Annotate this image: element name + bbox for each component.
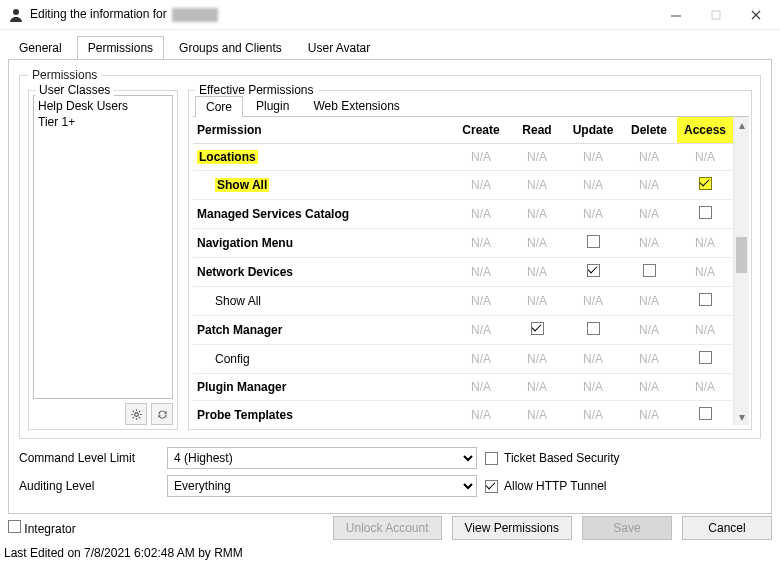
command-level-select[interactable]: 4 (Highest) <box>167 447 477 469</box>
svg-point-0 <box>13 9 19 15</box>
perm-name-cell: Locations <box>193 144 453 171</box>
checkbox-cell <box>677 287 733 316</box>
perm-checkbox[interactable] <box>531 322 544 335</box>
perm-checkbox[interactable] <box>699 293 712 306</box>
perm-checkbox[interactable] <box>643 264 656 277</box>
list-item[interactable]: Tier 1+ <box>38 114 168 130</box>
maximize-button[interactable] <box>696 1 736 29</box>
perm-name-cell: Patch Manager <box>193 316 453 345</box>
col-create[interactable]: Create <box>453 117 509 144</box>
na-cell: N/A <box>453 200 509 229</box>
na-cell: N/A <box>453 144 509 171</box>
col-access[interactable]: Access <box>677 117 733 144</box>
highlighted-text: Locations <box>197 150 258 164</box>
checkbox-cell <box>565 229 621 258</box>
view-permissions-button[interactable]: View Permissions <box>452 516 572 540</box>
table-row: Plugin ManagerN/AN/AN/AN/AN/A <box>193 374 733 401</box>
na-cell: N/A <box>509 374 565 401</box>
table-row: Patch ManagerN/AN/AN/A <box>193 316 733 345</box>
col-read[interactable]: Read <box>509 117 565 144</box>
na-cell: N/A <box>509 229 565 258</box>
perm-checkbox[interactable] <box>699 177 712 190</box>
integrator-label[interactable]: Integrator <box>24 522 75 536</box>
command-level-label: Command Level Limit <box>19 451 159 465</box>
na-cell: N/A <box>621 401 677 426</box>
permissions-scrollbar[interactable]: ▴ ▾ <box>733 117 749 425</box>
list-item[interactable]: Help Desk Users <box>38 98 168 114</box>
na-cell: N/A <box>509 287 565 316</box>
refresh-icon <box>156 408 169 421</box>
cancel-button[interactable]: Cancel <box>682 516 772 540</box>
user-classes-legend: User Classes <box>35 83 114 97</box>
na-cell: N/A <box>565 287 621 316</box>
close-button[interactable] <box>736 1 776 29</box>
table-row: Show AllN/AN/AN/AN/A <box>193 287 733 316</box>
na-cell: N/A <box>565 200 621 229</box>
app-icon <box>8 7 24 23</box>
scroll-down-icon[interactable]: ▾ <box>734 409 749 425</box>
perm-checkbox[interactable] <box>587 264 600 277</box>
auditing-level-select[interactable]: Everything <box>167 475 477 497</box>
table-row: Managed Services CatalogN/AN/AN/AN/A <box>193 200 733 229</box>
permissions-group-legend: Permissions <box>28 68 101 82</box>
tab-panel: Permissions User Classes Help Desk Users… <box>8 59 772 514</box>
na-cell: N/A <box>509 401 565 426</box>
col-permission[interactable]: Permission <box>193 117 453 144</box>
checkbox-cell <box>565 316 621 345</box>
na-cell: N/A <box>453 374 509 401</box>
perm-checkbox[interactable] <box>699 407 712 420</box>
perm-checkbox[interactable] <box>587 322 600 335</box>
na-cell: N/A <box>453 287 509 316</box>
na-cell: N/A <box>453 316 509 345</box>
user-classes-list[interactable]: Help Desk Users Tier 1+ <box>33 95 173 399</box>
na-cell: N/A <box>677 258 733 287</box>
tab-user-avatar[interactable]: User Avatar <box>297 36 381 60</box>
na-cell: N/A <box>677 229 733 258</box>
na-cell: N/A <box>453 345 509 374</box>
perm-checkbox[interactable] <box>699 351 712 364</box>
na-cell: N/A <box>621 229 677 258</box>
tab-general[interactable]: General <box>8 36 73 60</box>
effective-permissions-panel: Effective Permissions Core Plugin Web Ex… <box>188 90 752 430</box>
checkbox-cell <box>677 171 733 200</box>
tab-groups-clients[interactable]: Groups and Clients <box>168 36 293 60</box>
permissions-header-row: Permission Create Read Update Delete Acc… <box>193 117 733 144</box>
scrollbar-thumb[interactable] <box>736 237 747 273</box>
subtab-plugin[interactable]: Plugin <box>245 95 300 116</box>
permissions-grid: Permission Create Read Update Delete Acc… <box>193 117 733 425</box>
settings-button[interactable] <box>125 403 147 425</box>
na-cell: N/A <box>509 200 565 229</box>
checkbox-cell <box>509 316 565 345</box>
refresh-button[interactable] <box>151 403 173 425</box>
ticket-based-security-label[interactable]: Ticket Based Security <box>504 451 620 465</box>
table-row: Show AllN/AN/AN/AN/A <box>193 171 733 200</box>
table-row: ConfigN/AN/AN/AN/A <box>193 345 733 374</box>
na-cell: N/A <box>565 171 621 200</box>
ticket-based-security-checkbox[interactable] <box>485 452 498 465</box>
subtab-web-extensions[interactable]: Web Extensions <box>302 95 411 116</box>
na-cell: N/A <box>565 345 621 374</box>
perm-checkbox[interactable] <box>699 206 712 219</box>
allow-http-tunnel-checkbox[interactable] <box>485 480 498 493</box>
effective-subtabs: Core Plugin Web Extensions <box>193 95 749 117</box>
integrator-checkbox[interactable] <box>8 520 21 533</box>
svg-line-13 <box>132 417 133 418</box>
tab-permissions[interactable]: Permissions <box>77 36 164 60</box>
minimize-button[interactable] <box>656 1 696 29</box>
subtab-core[interactable]: Core <box>195 96 243 117</box>
na-cell: N/A <box>677 144 733 171</box>
save-button: Save <box>582 516 672 540</box>
na-cell: N/A <box>509 345 565 374</box>
na-cell: N/A <box>621 287 677 316</box>
scroll-up-icon[interactable]: ▴ <box>734 117 749 133</box>
checkbox-cell <box>565 258 621 287</box>
na-cell: N/A <box>565 401 621 426</box>
redacted-name <box>172 8 218 22</box>
na-cell: N/A <box>453 171 509 200</box>
allow-http-tunnel-label[interactable]: Allow HTTP Tunnel <box>504 479 607 493</box>
gear-icon <box>130 408 143 421</box>
col-update[interactable]: Update <box>565 117 621 144</box>
col-delete[interactable]: Delete <box>621 117 677 144</box>
na-cell: N/A <box>453 401 509 426</box>
perm-checkbox[interactable] <box>587 235 600 248</box>
